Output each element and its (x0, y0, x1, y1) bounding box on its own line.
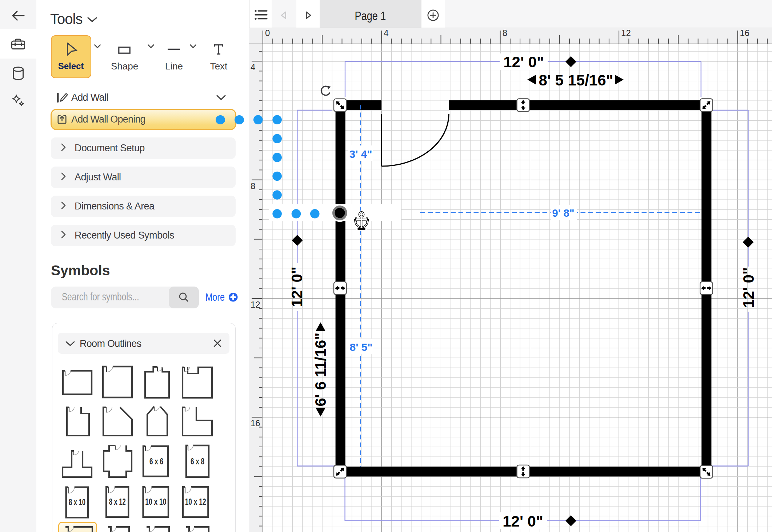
svg-text:9' 8": 9' 8" (552, 207, 575, 219)
svg-text:10 x 10: 10 x 10 (145, 497, 166, 507)
svg-text:8: 8 (503, 28, 507, 38)
svg-text:4: 4 (384, 28, 388, 38)
svg-text:12' 0": 12' 0" (740, 267, 757, 308)
svg-text:16: 16 (740, 28, 750, 38)
svg-text:8 x 10: 8 x 10 (69, 497, 85, 507)
svg-text:12' 0": 12' 0" (503, 53, 544, 71)
svg-text:6 x 6: 6 x 6 (149, 456, 163, 466)
svg-text:12: 12 (251, 300, 260, 309)
svg-text:8: 8 (251, 181, 255, 191)
svg-text:12' 0": 12' 0" (288, 267, 305, 307)
svg-text:10 x 12: 10 x 12 (185, 497, 206, 507)
svg-text:8 x 12: 8 x 12 (109, 497, 126, 507)
svg-text:4: 4 (251, 62, 255, 72)
svg-text:8' 5 15/16": 8' 5 15/16" (539, 72, 613, 89)
svg-text:8' 5": 8' 5" (349, 341, 372, 353)
svg-text:12: 12 (621, 28, 631, 38)
svg-text:12' 0": 12' 0" (503, 513, 543, 530)
svg-text:16: 16 (251, 418, 260, 428)
svg-text:0: 0 (265, 28, 270, 38)
svg-text:6 x 8: 6 x 8 (191, 456, 204, 466)
svg-text:6' 6 11/16": 6' 6 11/16" (312, 333, 329, 407)
svg-text:3' 4": 3' 4" (349, 148, 372, 160)
